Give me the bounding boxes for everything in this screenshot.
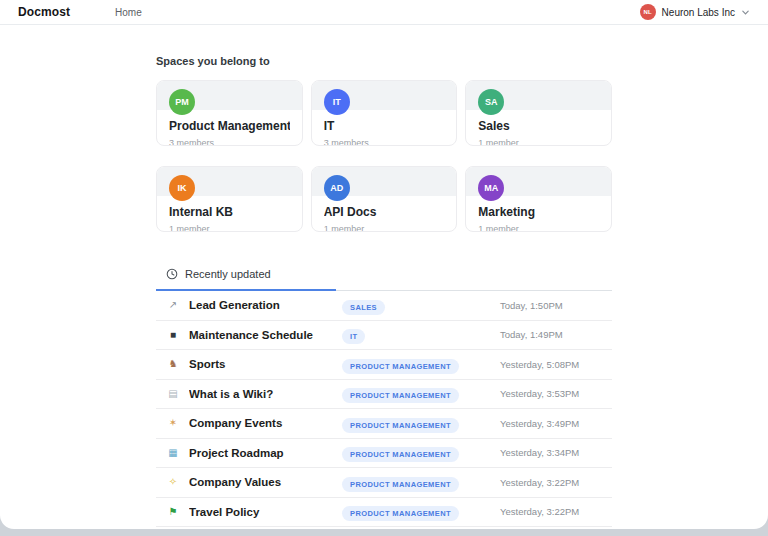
- space-member-count: 1 member: [169, 224, 290, 232]
- updated-timestamp: Yesterday, 3:22PM: [500, 506, 612, 517]
- spaces-section-title: Spaces you belong to: [156, 55, 612, 67]
- badge-zone: PRODUCT MANAGEMENT: [342, 384, 500, 403]
- space-avatar: PM: [169, 89, 195, 115]
- nav-links: Home: [115, 7, 142, 18]
- page-title: Lead Generation: [189, 299, 342, 311]
- updated-timestamp: Yesterday, 3:22PM: [500, 477, 612, 488]
- page-title: Sports: [189, 358, 342, 370]
- page-title: Company Values: [189, 476, 342, 488]
- space-badge: PRODUCT MANAGEMENT: [342, 447, 459, 462]
- space-avatar: MA: [478, 175, 504, 201]
- light-bulb-icon: ✧: [163, 477, 183, 487]
- list-item-travel-policy[interactable]: ⚑ Travel Policy PRODUCT MANAGEMENT Yeste…: [156, 498, 612, 528]
- space-name: Marketing: [478, 205, 599, 219]
- space-name: Internal KB: [169, 205, 290, 219]
- space-avatar: IK: [169, 175, 195, 201]
- workspace-name: Neuron Labs Inc: [662, 7, 735, 18]
- laptop-icon: ■: [163, 330, 183, 340]
- main-content: Spaces you belong to PM Product Manageme…: [156, 55, 612, 527]
- party-popper-icon: ✶: [163, 418, 183, 428]
- roadmap-blocks-icon: ▦: [163, 448, 183, 458]
- space-member-count: 3 members: [169, 138, 290, 146]
- space-card-internal-kb[interactable]: IK Internal KB 1 member: [156, 166, 303, 232]
- space-badge: PRODUCT MANAGEMENT: [342, 418, 459, 433]
- space-avatar: IT: [324, 89, 350, 115]
- page-title: Maintenance Schedule: [189, 329, 342, 341]
- list-item-lead-generation[interactable]: ↗ Lead Generation SALES Today, 1:50PM: [156, 291, 612, 321]
- open-book-icon: ▤: [163, 389, 183, 399]
- chevron-down-icon: [741, 8, 750, 17]
- badge-zone: PRODUCT MANAGEMENT: [342, 502, 500, 521]
- workspace-avatar: NL: [640, 4, 656, 20]
- page-title: What is a Wiki?: [189, 388, 342, 400]
- spaces-grid: PM Product Management 3 members IT IT 3 …: [156, 80, 612, 232]
- space-badge: PRODUCT MANAGEMENT: [342, 359, 459, 374]
- space-name: Product Management: [169, 119, 290, 133]
- tab-label: Recently updated: [185, 268, 271, 280]
- app-logo[interactable]: Docmost: [18, 5, 70, 19]
- space-member-count: 1 member: [478, 224, 599, 232]
- recent-tabs: Recently updated: [156, 266, 612, 291]
- workspace-menu-button[interactable]: NL Neuron Labs Inc: [640, 4, 750, 20]
- updated-timestamp: Today, 1:50PM: [500, 300, 612, 311]
- space-card-marketing[interactable]: MA Marketing 1 member: [465, 166, 612, 232]
- horse-racing-icon: ♞: [163, 359, 183, 369]
- tab-recently-updated[interactable]: Recently updated: [156, 268, 336, 291]
- space-avatar: AD: [324, 175, 350, 201]
- space-member-count: 1 member: [324, 224, 445, 232]
- badge-zone: SALES: [342, 296, 500, 315]
- updated-timestamp: Today, 1:49PM: [500, 329, 612, 340]
- badge-zone: PRODUCT MANAGEMENT: [342, 414, 500, 433]
- updated-timestamp: Yesterday, 3:49PM: [500, 418, 612, 429]
- page-title: Company Events: [189, 417, 342, 429]
- space-name: Sales: [478, 119, 599, 133]
- space-badge: PRODUCT MANAGEMENT: [342, 506, 459, 521]
- list-item-sports[interactable]: ♞ Sports PRODUCT MANAGEMENT Yesterday, 5…: [156, 350, 612, 380]
- clock-icon: [166, 268, 178, 280]
- recent-list: ↗ Lead Generation SALES Today, 1:50PM ■ …: [156, 291, 612, 527]
- app-sheet: Docmost Home NL Neuron Labs Inc Spaces y…: [0, 0, 768, 529]
- space-name: API Docs: [324, 205, 445, 219]
- badge-zone: PRODUCT MANAGEMENT: [342, 473, 500, 492]
- updated-timestamp: Yesterday, 3:34PM: [500, 447, 612, 458]
- list-item-maintenance-schedule[interactable]: ■ Maintenance Schedule IT Today, 1:49PM: [156, 321, 612, 351]
- space-name: IT: [324, 119, 445, 133]
- badge-zone: PRODUCT MANAGEMENT: [342, 355, 500, 374]
- list-item-company-events[interactable]: ✶ Company Events PRODUCT MANAGEMENT Yest…: [156, 409, 612, 439]
- space-avatar: SA: [478, 89, 504, 115]
- space-member-count: 3 members: [324, 138, 445, 146]
- space-member-count: 1 member: [478, 138, 599, 146]
- updated-timestamp: Yesterday, 5:08PM: [500, 359, 612, 370]
- updated-timestamp: Yesterday, 3:53PM: [500, 388, 612, 399]
- space-badge: IT: [342, 329, 365, 344]
- space-badge: PRODUCT MANAGEMENT: [342, 388, 459, 403]
- space-badge: PRODUCT MANAGEMENT: [342, 477, 459, 492]
- space-card-it[interactable]: IT IT 3 members: [311, 80, 458, 146]
- chart-increasing-icon: ↗: [163, 300, 183, 310]
- flag-icon: ⚑: [163, 507, 183, 517]
- space-card-api-docs[interactable]: AD API Docs 1 member: [311, 166, 458, 232]
- badge-zone: PRODUCT MANAGEMENT: [342, 443, 500, 462]
- list-item-project-roadmap[interactable]: ▦ Project Roadmap PRODUCT MANAGEMENT Yes…: [156, 439, 612, 469]
- space-card-product-management[interactable]: PM Product Management 3 members: [156, 80, 303, 146]
- page-title: Travel Policy: [189, 506, 342, 518]
- list-item-company-values[interactable]: ✧ Company Values PRODUCT MANAGEMENT Yest…: [156, 468, 612, 498]
- badge-zone: IT: [342, 325, 500, 344]
- space-badge: SALES: [342, 300, 385, 315]
- nav-item-home[interactable]: Home: [115, 7, 142, 18]
- space-card-sales[interactable]: SA Sales 1 member: [465, 80, 612, 146]
- top-navbar: Docmost Home NL Neuron Labs Inc: [0, 0, 768, 25]
- list-item-what-is-a-wiki[interactable]: ▤ What is a Wiki? PRODUCT MANAGEMENT Yes…: [156, 380, 612, 410]
- page-title: Project Roadmap: [189, 447, 342, 459]
